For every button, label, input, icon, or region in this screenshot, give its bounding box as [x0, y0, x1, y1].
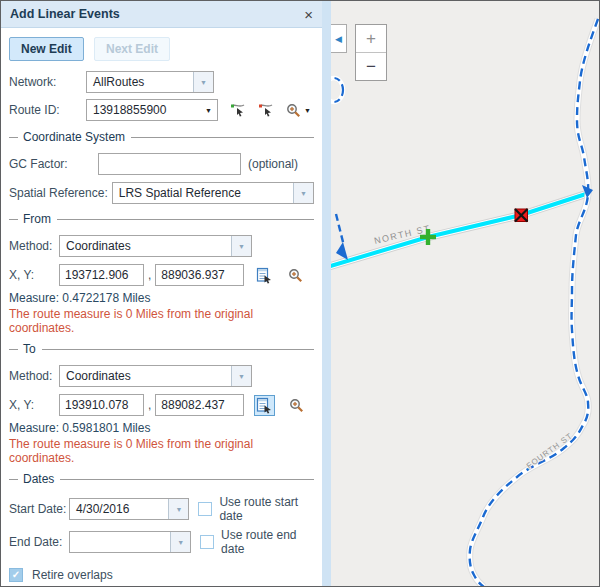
- section-title: Dates: [23, 472, 54, 486]
- edit-buttons-row: New Edit Next Edit: [9, 37, 314, 61]
- panel-body: New Edit Next Edit Network: AllRoutes ▼ …: [1, 28, 322, 587]
- panel-header: Add Linear Events ×: [1, 1, 322, 28]
- to-x-input[interactable]: [59, 394, 144, 416]
- chevron-down-icon[interactable]: ▼: [304, 107, 311, 114]
- loop-casing: [331, 78, 343, 102]
- network-dropdown[interactable]: AllRoutes ▼: [86, 71, 214, 93]
- pick-to-route-icon[interactable]: [258, 102, 274, 118]
- end-date-label: End Date:: [9, 535, 69, 549]
- from-y-input[interactable]: [155, 264, 244, 286]
- zoom-to-from-point-icon[interactable]: [288, 268, 303, 283]
- start-date-label: Start Date:: [9, 502, 69, 516]
- pick-from-route-icon[interactable]: [230, 102, 246, 118]
- network-label: Network:: [9, 75, 86, 89]
- from-measure-text: Measure: 0.4722178 Miles: [9, 291, 314, 305]
- route-id-row: Route ID: 13918855900 ▼ ▼: [9, 99, 314, 121]
- zoom-in-button[interactable]: +: [356, 25, 386, 52]
- route-id-combobox[interactable]: 13918855900 ▼: [86, 99, 218, 121]
- map-zoom-control: + −: [355, 24, 387, 81]
- to-xy-label: X, Y:: [9, 398, 59, 412]
- dates-section-header: Dates: [9, 472, 314, 486]
- section-title: To: [23, 342, 36, 356]
- spatial-reference-dropdown[interactable]: LRS Spatial Reference ▼: [112, 182, 314, 204]
- collapse-arrow-icon: ◀: [335, 34, 342, 44]
- optional-label: (optional): [248, 157, 298, 171]
- street-label-fourth-st: FOURTH ST: [525, 431, 574, 470]
- chevron-down-icon[interactable]: ▼: [293, 183, 313, 203]
- chevron-down-icon[interactable]: ▼: [193, 72, 213, 92]
- use-route-start-date-label: Use route start date: [219, 495, 314, 523]
- chevron-down-icon[interactable]: ▼: [231, 236, 251, 256]
- close-icon[interactable]: ×: [304, 7, 313, 22]
- from-x-input[interactable]: [59, 264, 144, 286]
- to-point-marker: [515, 209, 528, 222]
- panel-map-divider: [322, 1, 331, 586]
- route-id-label: Route ID:: [9, 103, 86, 117]
- gc-factor-input[interactable]: [98, 153, 241, 175]
- to-section-header: To: [9, 342, 314, 356]
- network-row: Network: AllRoutes ▼: [9, 71, 314, 93]
- pick-from-coordinates-icon[interactable]: [256, 267, 273, 284]
- from-method-value: Coordinates: [60, 239, 231, 253]
- chevron-down-icon[interactable]: ▼: [168, 499, 188, 519]
- to-warning-text: The route measure is 0 Miles from the or…: [9, 437, 314, 465]
- end-date-dropdown[interactable]: ▼: [69, 531, 191, 553]
- spatial-reference-label: Spatial Reference:: [9, 186, 108, 200]
- start-direction-arrow-icon: [336, 242, 348, 260]
- chevron-down-icon[interactable]: ▼: [170, 532, 190, 552]
- collapse-panel-button[interactable]: ◀: [331, 24, 347, 53]
- xy-separator: ,: [148, 398, 151, 412]
- from-section-header: From: [9, 212, 314, 226]
- from-method-label: Method:: [9, 239, 59, 253]
- pick-to-coordinates-icon[interactable]: [254, 395, 275, 416]
- from-xy-label: X, Y:: [9, 268, 59, 282]
- dashed-approach-line: [336, 214, 344, 246]
- section-title: Coordinate System: [23, 130, 125, 144]
- new-edit-button[interactable]: New Edit: [9, 37, 84, 61]
- panel-title: Add Linear Events: [10, 7, 120, 21]
- coordinate-system-section-header: Coordinate System: [9, 130, 314, 144]
- to-method-label: Method:: [9, 369, 59, 383]
- from-method-dropdown[interactable]: Coordinates ▼: [59, 235, 252, 257]
- start-date-row: Start Date: 4/30/2016 ▼ Use route start …: [9, 495, 314, 523]
- xy-separator: ,: [148, 268, 151, 282]
- zoom-to-to-point-icon[interactable]: [289, 398, 304, 413]
- start-date-dropdown[interactable]: 4/30/2016 ▼: [69, 498, 189, 520]
- from-warning-text: The route measure is 0 Miles from the or…: [9, 307, 314, 335]
- use-route-end-date-checkbox[interactable]: [200, 535, 214, 549]
- retire-overlaps-checkbox[interactable]: ✓: [9, 568, 23, 582]
- map-canvas[interactable]: NORTH ST FOURTH ST ◀ + −: [331, 1, 599, 586]
- network-value: AllRoutes: [87, 75, 193, 89]
- next-edit-button: Next Edit: [94, 37, 170, 61]
- end-date-row: End Date: ▼ Use route end date: [9, 528, 314, 556]
- retire-overlaps-label: Retire overlaps: [32, 568, 113, 582]
- spatial-reference-value: LRS Spatial Reference: [113, 186, 293, 200]
- zoom-to-route-icon[interactable]: ▼: [286, 103, 311, 118]
- section-title: From: [23, 212, 51, 226]
- highlighted-route-line: [331, 193, 589, 267]
- to-measure-text: Measure: 0.5981801 Miles: [9, 421, 314, 435]
- to-method-value: Coordinates: [60, 369, 231, 383]
- use-route-end-date-label: Use route end date: [221, 528, 314, 556]
- to-xy-row: X, Y: ,: [9, 394, 314, 416]
- use-route-start-date-checkbox[interactable]: [198, 502, 212, 516]
- from-xy-row: X, Y: ,: [9, 264, 314, 286]
- chevron-down-icon[interactable]: ▼: [200, 107, 217, 114]
- start-date-value: 4/30/2016: [70, 502, 168, 516]
- route-id-value: 13918855900: [87, 103, 200, 117]
- to-method-row: Method: Coordinates ▼: [9, 365, 314, 387]
- retire-overlaps-option: ✓ Retire overlaps: [9, 567, 314, 583]
- app-window: Add Linear Events × New Edit Next Edit N…: [0, 0, 600, 587]
- map-graphics: NORTH ST FOURTH ST: [331, 1, 599, 586]
- zoom-out-button[interactable]: −: [356, 52, 386, 80]
- add-linear-events-panel: Add Linear Events × New Edit Next Edit N…: [1, 1, 322, 586]
- to-y-input[interactable]: [155, 394, 244, 416]
- gc-factor-label: GC Factor:: [9, 157, 98, 171]
- chevron-down-icon[interactable]: ▼: [231, 366, 251, 386]
- to-method-dropdown[interactable]: Coordinates ▼: [59, 365, 252, 387]
- from-method-row: Method: Coordinates ▼: [9, 235, 314, 257]
- gc-factor-row: GC Factor: (optional): [9, 153, 314, 175]
- spatial-reference-row: Spatial Reference: LRS Spatial Reference…: [9, 182, 314, 204]
